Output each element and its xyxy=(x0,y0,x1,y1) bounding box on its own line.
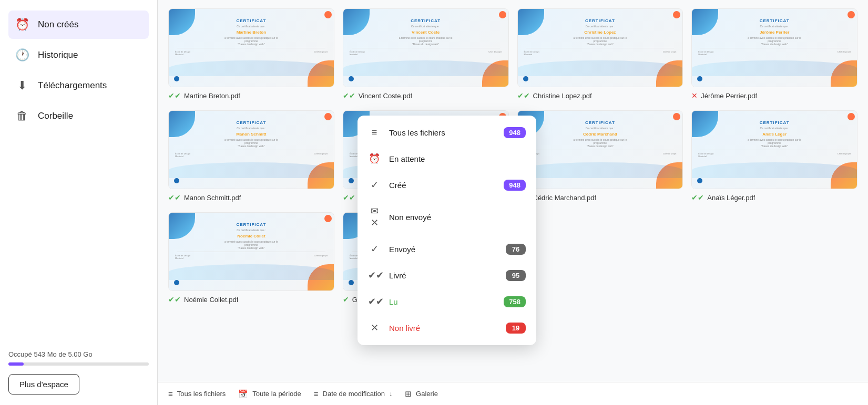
cert-title-1: CERTIFICAT xyxy=(171,18,332,23)
period-label: Toute la période xyxy=(252,390,301,398)
dd-icon-envoye: ✓ xyxy=(368,243,381,255)
sidebar-label-historique: Historique xyxy=(38,50,78,60)
dd-label-non-envoye: Non envoyé xyxy=(389,213,526,222)
file-status-icon-5: ✔✔ xyxy=(168,193,181,202)
cert-sub-8: Ce certificat atteste que : xyxy=(694,127,855,130)
file-thumbnail-5[interactable]: CERTIFICAT Ce certificat atteste que : M… xyxy=(168,110,334,189)
sort-label: Date de modification xyxy=(323,390,385,398)
cert-sub-1: Ce certificat atteste que : xyxy=(171,25,332,28)
sidebar-item-corbeille[interactable]: 🗑 Corbeille xyxy=(8,102,149,130)
file-name-row-2: ✔✔ Vincent Coste.pdf xyxy=(343,91,509,100)
file-name-row-3: ✔✔ Christine Lopez.pdf xyxy=(517,91,683,100)
dropdown-item-non-livre[interactable]: ✕ Non livré 19 xyxy=(358,315,536,341)
storage-bar-bg xyxy=(8,362,149,366)
file-card-2[interactable]: CERTIFICAT Ce certificat atteste que : V… xyxy=(343,8,509,100)
filter-label: Tous les fichiers xyxy=(177,390,226,398)
file-card-9[interactable]: CERTIFICAT Ce certificat atteste que : N… xyxy=(168,212,334,304)
dropdown-item-tous[interactable]: ≡ Tous les fichiers 948 xyxy=(358,120,536,146)
dd-label-lu: Lu xyxy=(389,297,495,306)
cert-title-9: CERTIFICAT xyxy=(171,222,332,227)
file-status-icon-9: ✔✔ xyxy=(168,295,181,304)
file-name-row-8: ✔✔ Anaïs Léger.pdf xyxy=(691,193,857,202)
view-toggle-button[interactable]: ⊞ Galerie xyxy=(405,389,438,399)
file-status-icon-4: ✕ xyxy=(691,91,698,100)
file-name-4: Jérôme Perrier.pdf xyxy=(701,92,757,100)
dd-icon-non-livre: ✕ xyxy=(368,322,381,334)
more-space-button[interactable]: Plus d'espace xyxy=(8,374,79,394)
file-name-2: Vincent Coste.pdf xyxy=(359,92,412,100)
badge-tous: 948 xyxy=(504,127,526,138)
file-card-5[interactable]: CERTIFICAT Ce certificat atteste que : M… xyxy=(168,110,334,202)
badge-livre: 95 xyxy=(506,270,526,281)
storage-text: Occupé 543 Mo de 5.00 Go xyxy=(8,350,149,358)
filter-dropdown: ≡ Tous les fichiers 948 ⏰ En attente ✓ C… xyxy=(358,116,536,345)
cert-title-7: CERTIFICAT xyxy=(520,120,681,125)
badge-non-livre: 19 xyxy=(506,323,526,334)
telechargements-icon: ⬇ xyxy=(15,79,29,92)
file-thumbnail-7[interactable]: CERTIFICAT Ce certificat atteste que : C… xyxy=(517,110,683,189)
dropdown-item-envoye[interactable]: ✓ Envoyé 76 xyxy=(358,236,536,262)
dropdown-item-en-attente[interactable]: ⏰ En attente xyxy=(358,146,536,172)
dd-icon-lu: ✔✔ xyxy=(368,296,381,307)
file-thumbnail-1[interactable]: CERTIFICAT Ce certificat atteste que : M… xyxy=(168,8,334,87)
file-name-row-9: ✔✔ Noémie Collet.pdf xyxy=(168,295,334,304)
cert-name-1: Martine Breton xyxy=(171,30,332,35)
corbeille-icon: 🗑 xyxy=(15,109,29,123)
view-label: Galerie xyxy=(416,390,438,398)
badge-lu: 758 xyxy=(504,296,526,307)
file-name-8: Anaïs Léger.pdf xyxy=(707,194,755,202)
dd-label-non-livre: Non livré xyxy=(389,324,497,333)
period-button[interactable]: 📅 Toute la période xyxy=(238,389,301,399)
dropdown-item-non-envoye[interactable]: ✉✕ Non envoyé xyxy=(358,198,536,236)
sort-icon: ≡ xyxy=(314,389,319,398)
dropdown-item-cree[interactable]: ✓ Créé 948 xyxy=(358,172,536,198)
sort-button[interactable]: ≡ Date de modification ↓ xyxy=(314,389,392,398)
grid-icon: ⊞ xyxy=(405,389,412,399)
sidebar-item-historique[interactable]: 🕐 Historique xyxy=(8,41,149,69)
dd-icon-livre: ✔✔ xyxy=(368,269,381,281)
cert-name-8: Anaïs Léger xyxy=(694,132,855,137)
file-thumbnail-4[interactable]: CERTIFICAT Ce certificat atteste que : J… xyxy=(691,8,857,87)
cert-name-3: Christine Lopez xyxy=(520,30,681,35)
filter-button[interactable]: ≡ Tous les fichiers xyxy=(168,389,226,398)
file-thumbnail-2[interactable]: CERTIFICAT Ce certificat atteste que : V… xyxy=(343,8,509,87)
file-name-1: Martine Breton.pdf xyxy=(184,92,240,100)
non-crees-icon: ⏰ xyxy=(15,18,29,32)
file-name-row-1: ✔✔ Martine Breton.pdf xyxy=(168,91,334,100)
badge-cree: 948 xyxy=(504,180,526,191)
cert-title-5: CERTIFICAT xyxy=(171,120,332,125)
file-status-icon-10: ✔ xyxy=(343,295,349,304)
file-card-3[interactable]: CERTIFICAT Ce certificat atteste que : C… xyxy=(517,8,683,100)
calendar-icon: 📅 xyxy=(238,389,248,399)
cert-sub-2: Ce certificat atteste que : xyxy=(345,25,506,28)
file-card-1[interactable]: CERTIFICAT Ce certificat atteste que : M… xyxy=(168,8,334,100)
dd-icon-non-envoye: ✉✕ xyxy=(368,205,381,229)
filter-icon: ≡ xyxy=(168,389,173,398)
cert-sub-5: Ce certificat atteste que : xyxy=(171,127,332,130)
cert-sub-3: Ce certificat atteste que : xyxy=(520,25,681,28)
sidebar: ⏰ Non créés 🕐 Historique ⬇ Téléchargemen… xyxy=(0,0,158,405)
cert-sub-7: Ce certificat atteste que : xyxy=(520,127,681,130)
sidebar-label-telechargements: Téléchargements xyxy=(38,80,107,91)
file-thumbnail-9[interactable]: CERTIFICAT Ce certificat atteste que : N… xyxy=(168,212,334,291)
sidebar-item-telechargements[interactable]: ⬇ Téléchargements xyxy=(8,71,149,100)
file-name-row-5: ✔✔ Manon Schmitt.pdf xyxy=(168,193,334,202)
sidebar-label-non-crees: Non créés xyxy=(38,19,78,30)
dropdown-item-livre[interactable]: ✔✔ Livré 95 xyxy=(358,262,536,288)
file-status-icon-1: ✔✔ xyxy=(168,91,181,100)
file-name-row-4: ✕ Jérôme Perrier.pdf xyxy=(691,91,857,100)
file-thumbnail-3[interactable]: CERTIFICAT Ce certificat atteste que : C… xyxy=(517,8,683,87)
file-name-3: Christine Lopez.pdf xyxy=(533,92,592,100)
dropdown-item-lu[interactable]: ✔✔ Lu 758 xyxy=(358,288,536,315)
file-name-7: Cédric Marchand.pdf xyxy=(533,194,597,202)
file-card-8[interactable]: CERTIFICAT Ce certificat atteste que : A… xyxy=(691,110,857,202)
dd-icon-en-attente: ⏰ xyxy=(368,153,381,164)
dd-label-cree: Créé xyxy=(389,181,495,190)
file-thumbnail-8[interactable]: CERTIFICAT Ce certificat atteste que : A… xyxy=(691,110,857,189)
file-card-7[interactable]: CERTIFICAT Ce certificat atteste que : C… xyxy=(517,110,683,202)
file-card-4[interactable]: CERTIFICAT Ce certificat atteste que : J… xyxy=(691,8,857,100)
file-status-icon-8: ✔✔ xyxy=(691,193,704,202)
file-name-9: Noémie Collet.pdf xyxy=(184,296,238,304)
sidebar-item-non-crees[interactable]: ⏰ Non créés xyxy=(8,11,149,39)
dd-label-tous: Tous les fichiers xyxy=(389,128,495,137)
